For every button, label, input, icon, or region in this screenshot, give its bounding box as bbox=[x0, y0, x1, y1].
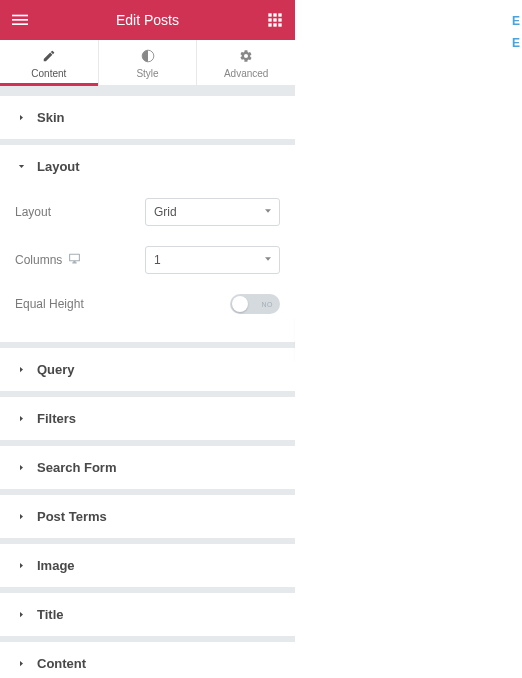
section-header-title[interactable]: Title bbox=[0, 593, 295, 636]
pencil-icon bbox=[0, 48, 98, 64]
section-header-image[interactable]: Image bbox=[0, 544, 295, 587]
svg-rect-1 bbox=[12, 19, 28, 21]
panel-title: Edit Posts bbox=[30, 12, 265, 28]
svg-rect-10 bbox=[273, 23, 276, 26]
section-post-terms: Post Terms bbox=[0, 495, 295, 538]
gear-icon bbox=[197, 48, 295, 64]
chevron-down-icon bbox=[263, 205, 273, 219]
sections-scroll[interactable]: Skin Layout Layout Grid bbox=[0, 86, 295, 678]
section-title: Image bbox=[37, 558, 75, 573]
section-title: Skin bbox=[37, 110, 64, 125]
tab-label: Content bbox=[31, 68, 66, 79]
svg-rect-0 bbox=[12, 15, 28, 17]
section-header-filters[interactable]: Filters bbox=[0, 397, 295, 440]
caret-right-icon bbox=[15, 112, 27, 124]
toggle-off-label: NO bbox=[262, 301, 274, 308]
section-skin: Skin bbox=[0, 96, 295, 139]
svg-rect-11 bbox=[278, 23, 281, 26]
equal-height-toggle[interactable]: NO bbox=[230, 294, 280, 314]
preview-edge-text: EE bbox=[510, 0, 522, 64]
caret-right-icon bbox=[15, 658, 27, 670]
caret-right-icon bbox=[15, 609, 27, 621]
tab-label: Advanced bbox=[224, 68, 268, 79]
control-layout: Layout Grid bbox=[15, 188, 280, 236]
columns-select[interactable]: 1 bbox=[145, 246, 280, 274]
section-query: Query bbox=[0, 348, 295, 391]
tab-content[interactable]: Content bbox=[0, 40, 99, 85]
caret-right-icon bbox=[15, 364, 27, 376]
tab-label: Style bbox=[136, 68, 158, 79]
svg-rect-3 bbox=[268, 13, 271, 16]
section-title: Title bbox=[37, 607, 64, 622]
svg-rect-8 bbox=[278, 18, 281, 21]
tab-style[interactable]: Style bbox=[99, 40, 198, 85]
section-header-layout[interactable]: Layout bbox=[0, 145, 295, 188]
caret-right-icon bbox=[15, 511, 27, 523]
section-title: Post Terms bbox=[37, 509, 107, 524]
section-header-post-terms[interactable]: Post Terms bbox=[0, 495, 295, 538]
section-layout: Layout Layout Grid Columns bbox=[0, 145, 295, 342]
control-label-columns: Columns bbox=[15, 252, 81, 268]
caret-right-icon bbox=[15, 462, 27, 474]
apps-icon[interactable] bbox=[265, 10, 285, 30]
section-search-form: Search Form bbox=[0, 446, 295, 489]
caret-right-icon bbox=[15, 413, 27, 425]
control-columns: Columns 1 bbox=[15, 236, 280, 284]
monitor-icon[interactable] bbox=[68, 252, 81, 268]
caret-right-icon bbox=[15, 560, 27, 572]
columns-label-text: Columns bbox=[15, 253, 62, 267]
section-title: Query bbox=[37, 362, 75, 377]
panel-header: Edit Posts bbox=[0, 0, 295, 40]
control-label-equal-height: Equal Height bbox=[15, 297, 84, 311]
svg-rect-5 bbox=[278, 13, 281, 16]
section-content: Content bbox=[0, 642, 295, 678]
control-label-layout: Layout bbox=[15, 205, 51, 219]
section-title: Search Form bbox=[37, 460, 116, 475]
tab-bar: Content Style Advanced bbox=[0, 40, 295, 86]
section-image: Image bbox=[0, 544, 295, 587]
section-filters: Filters bbox=[0, 397, 295, 440]
svg-rect-4 bbox=[273, 13, 276, 16]
caret-down-icon bbox=[15, 161, 27, 173]
select-value: Grid bbox=[154, 205, 177, 219]
section-header-query[interactable]: Query bbox=[0, 348, 295, 391]
menu-icon[interactable] bbox=[10, 10, 30, 30]
chevron-down-icon bbox=[263, 253, 273, 267]
section-title: Title bbox=[0, 593, 295, 636]
toggle-knob bbox=[232, 296, 248, 312]
section-header-skin[interactable]: Skin bbox=[0, 96, 295, 139]
section-title: Layout bbox=[37, 159, 80, 174]
section-title: Filters bbox=[37, 411, 76, 426]
section-header-search-form[interactable]: Search Form bbox=[0, 446, 295, 489]
section-header-content[interactable]: Content bbox=[0, 642, 295, 678]
svg-rect-6 bbox=[268, 18, 271, 21]
svg-rect-2 bbox=[12, 23, 28, 25]
control-equal-height: Equal Height NO bbox=[15, 284, 280, 324]
select-value: 1 bbox=[154, 253, 161, 267]
preview-canvas: EE bbox=[295, 0, 522, 678]
svg-rect-9 bbox=[268, 23, 271, 26]
svg-rect-7 bbox=[273, 18, 276, 21]
contrast-icon bbox=[99, 48, 197, 64]
tab-advanced[interactable]: Advanced bbox=[197, 40, 295, 85]
section-title: Content bbox=[37, 656, 86, 671]
section-body-layout: Layout Grid Columns bbox=[0, 188, 295, 342]
layout-select[interactable]: Grid bbox=[145, 198, 280, 226]
editor-panel: Edit Posts Content Style Advan bbox=[0, 0, 295, 678]
